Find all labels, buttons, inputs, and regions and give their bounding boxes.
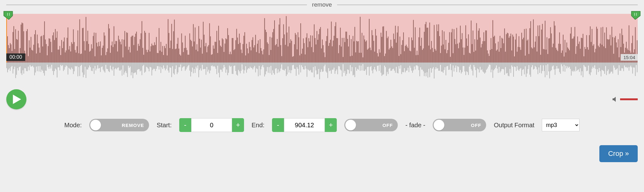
selection-marker-end[interactable] xyxy=(630,11,641,20)
svg-rect-565 xyxy=(261,63,261,69)
svg-rect-796 xyxy=(365,41,366,63)
svg-rect-291 xyxy=(137,63,138,70)
svg-rect-426 xyxy=(198,26,199,63)
svg-rect-357 xyxy=(167,63,168,65)
svg-rect-558 xyxy=(258,40,258,63)
mode-toggle[interactable]: REMOVE xyxy=(89,119,149,131)
svg-rect-150 xyxy=(74,42,75,63)
svg-rect-540 xyxy=(250,47,251,63)
svg-rect-816 xyxy=(374,52,375,63)
play-button[interactable] xyxy=(6,89,26,109)
svg-rect-408 xyxy=(190,40,191,63)
output-format-select[interactable]: mp3 xyxy=(542,119,580,131)
svg-rect-394 xyxy=(184,48,185,63)
svg-rect-138 xyxy=(69,50,69,63)
svg-rect-386 xyxy=(180,56,181,63)
svg-rect-1178 xyxy=(538,25,538,63)
svg-rect-170 xyxy=(83,28,84,63)
svg-rect-1257 xyxy=(573,63,574,72)
svg-rect-499 xyxy=(231,63,231,66)
svg-rect-406 xyxy=(189,33,190,63)
svg-rect-1115 xyxy=(509,63,509,76)
svg-rect-1010 xyxy=(462,33,463,63)
svg-rect-471 xyxy=(218,63,219,73)
start-decrement-button[interactable]: - xyxy=(179,118,191,132)
svg-rect-557 xyxy=(257,63,258,69)
svg-rect-612 xyxy=(282,38,283,63)
svg-rect-160 xyxy=(79,53,79,63)
svg-rect-963 xyxy=(440,63,441,65)
svg-rect-1145 xyxy=(522,63,523,70)
svg-rect-621 xyxy=(286,63,286,76)
svg-rect-1123 xyxy=(512,63,513,67)
svg-rect-1097 xyxy=(501,63,501,71)
svg-rect-213 xyxy=(102,63,103,67)
time-end-label: 15:04 xyxy=(621,54,638,61)
svg-rect-1385 xyxy=(630,63,631,66)
svg-rect-987 xyxy=(451,63,452,70)
svg-rect-486 xyxy=(225,38,226,63)
svg-rect-148 xyxy=(73,29,74,63)
svg-rect-1247 xyxy=(568,63,569,68)
svg-rect-609 xyxy=(280,63,281,69)
crop-button[interactable]: Crop » xyxy=(599,145,638,162)
end-increment-button[interactable]: + xyxy=(325,118,337,132)
svg-rect-728 xyxy=(335,26,335,63)
svg-rect-977 xyxy=(447,63,447,66)
volume-control[interactable] xyxy=(612,96,638,102)
svg-rect-1133 xyxy=(517,63,518,66)
svg-rect-906 xyxy=(415,27,416,63)
svg-rect-722 xyxy=(332,46,333,63)
volume-bar[interactable] xyxy=(620,98,638,100)
svg-rect-1269 xyxy=(578,63,579,69)
svg-rect-35 xyxy=(22,63,22,75)
svg-rect-590 xyxy=(272,32,273,63)
svg-rect-403 xyxy=(188,63,188,66)
svg-rect-321 xyxy=(151,63,151,67)
fade-out-toggle[interactable]: OFF xyxy=(433,119,486,131)
svg-rect-510 xyxy=(236,29,237,63)
svg-rect-1302 xyxy=(593,44,594,63)
svg-rect-917 xyxy=(419,63,420,76)
waveform[interactable]: 00:00 15:04 xyxy=(6,11,638,80)
svg-rect-1 xyxy=(6,63,7,68)
svg-rect-301 xyxy=(142,63,142,75)
svg-rect-226 xyxy=(108,24,109,63)
svg-rect-319 xyxy=(150,63,150,67)
svg-rect-98 xyxy=(51,42,51,63)
svg-rect-725 xyxy=(333,63,333,69)
start-increment-button[interactable]: + xyxy=(232,118,244,132)
end-decrement-button[interactable]: - xyxy=(272,118,284,132)
svg-rect-815 xyxy=(374,63,374,69)
svg-rect-1290 xyxy=(588,50,589,63)
start-input[interactable] xyxy=(191,118,232,132)
svg-rect-726 xyxy=(334,36,334,63)
svg-rect-395 xyxy=(184,63,185,66)
svg-rect-1224 xyxy=(558,44,559,63)
selection-marker-start[interactable] xyxy=(3,11,14,20)
svg-rect-1159 xyxy=(529,63,529,65)
svg-rect-517 xyxy=(239,63,240,71)
svg-rect-1218 xyxy=(556,48,556,63)
svg-rect-744 xyxy=(342,38,342,63)
svg-rect-625 xyxy=(288,63,288,66)
svg-rect-420 xyxy=(196,50,196,63)
svg-rect-1067 xyxy=(487,63,488,69)
svg-rect-679 xyxy=(312,63,313,73)
svg-rect-620 xyxy=(286,16,286,63)
svg-rect-922 xyxy=(422,50,423,63)
svg-rect-369 xyxy=(172,63,173,66)
end-input[interactable] xyxy=(284,118,325,132)
svg-rect-1044 xyxy=(477,40,478,63)
svg-rect-956 xyxy=(437,31,438,63)
svg-rect-921 xyxy=(421,63,422,70)
svg-rect-410 xyxy=(191,41,192,63)
svg-rect-143 xyxy=(70,63,71,70)
svg-rect-851 xyxy=(390,63,390,68)
svg-rect-1238 xyxy=(565,40,565,63)
fade-in-toggle[interactable]: OFF xyxy=(344,119,398,131)
svg-rect-918 xyxy=(420,46,421,63)
svg-rect-1357 xyxy=(618,63,619,75)
svg-rect-912 xyxy=(418,55,418,63)
svg-rect-1206 xyxy=(550,27,551,63)
